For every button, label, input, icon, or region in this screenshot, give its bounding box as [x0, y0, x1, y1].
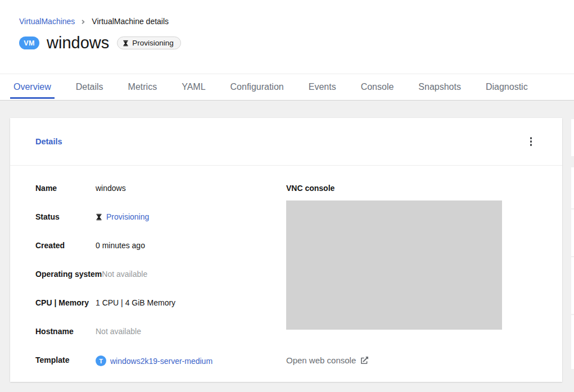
detail-row-created: Created0 minutes ago: [35, 241, 286, 250]
vnc-console-label: VNC console: [286, 184, 537, 193]
breadcrumb-virtualmachines-link[interactable]: VirtualMachines: [19, 17, 75, 26]
details-card-body: NamewindowsStatusProvisioningCreated0 mi…: [10, 166, 562, 386]
detail-row-cpu-memory: CPU | Memory1 CPU | 4 GiB Memory: [35, 298, 286, 307]
page-header: VirtualMachines VirtualMachine details V…: [0, 0, 574, 74]
right-edge-card-sliver: [571, 167, 574, 208]
tab-yaml[interactable]: YAML: [178, 74, 209, 100]
tab-metrics[interactable]: Metrics: [125, 74, 161, 100]
detail-value-operating-system: Not available: [102, 270, 147, 279]
tab-bar: OverviewDetailsMetricsYAMLConfigurationE…: [0, 74, 574, 101]
detail-label-created: Created: [35, 241, 96, 250]
detail-value-template: Twindows2k19-server-medium: [96, 355, 213, 366]
hourglass-icon: [96, 213, 102, 221]
tab-events[interactable]: Events: [305, 74, 340, 100]
open-web-console-link[interactable]: Open web console: [286, 355, 368, 365]
details-card-title-link[interactable]: Details: [35, 137, 62, 146]
detail-value-status: Provisioning: [96, 212, 149, 221]
breadcrumb-chevron-icon: [81, 18, 85, 25]
template-link[interactable]: windows2k19-server-medium: [110, 357, 213, 366]
tab-console[interactable]: Console: [358, 74, 397, 100]
detail-row-template: TemplateTwindows2k19-server-medium: [35, 355, 286, 366]
breadcrumb-current: VirtualMachine details: [92, 17, 169, 26]
right-edge-card-sliver: [571, 257, 574, 314]
hourglass-icon: [123, 39, 129, 47]
right-edge-card-sliver: [571, 209, 574, 256]
details-card: Details NamewindowsStatusProvisioningCre…: [10, 118, 562, 382]
external-link-icon: [361, 357, 368, 364]
tab-configuration[interactable]: Configuration: [227, 74, 287, 100]
right-edge-card-sliver: [571, 119, 574, 156]
vnc-console-screen: [286, 200, 502, 330]
tab-diagnostic[interactable]: Diagnostic: [482, 74, 531, 100]
detail-label-template: Template: [35, 355, 96, 366]
open-web-console-label: Open web console: [286, 355, 356, 365]
tab-details[interactable]: Details: [73, 74, 107, 100]
detail-value-created: 0 minutes ago: [96, 241, 145, 250]
vm-status-badge: Provisioning: [117, 37, 181, 49]
title-row: VM windows Provisioning: [19, 35, 561, 51]
tab-snapshots[interactable]: Snapshots: [415, 74, 464, 100]
right-edge-card-sliver: [571, 315, 574, 369]
status-provisioning-link[interactable]: Provisioning: [106, 212, 149, 221]
vm-status-badge-label: Provisioning: [132, 39, 174, 47]
detail-label-operating-system: Operating system: [35, 270, 102, 279]
kebab-menu-button[interactable]: [528, 135, 535, 148]
breadcrumb: VirtualMachines VirtualMachine details: [19, 17, 561, 26]
detail-label-name: Name: [35, 184, 96, 193]
detail-label-hostname: Hostname: [35, 327, 96, 336]
detail-value-name: windows: [96, 184, 126, 193]
overview-content: Details NamewindowsStatusProvisioningCre…: [0, 101, 574, 392]
tab-overview[interactable]: Overview: [10, 74, 55, 100]
details-card-header: Details: [10, 118, 562, 166]
detail-row-operating-system: Operating systemNot available: [35, 270, 286, 279]
detail-label-cpu-memory: CPU | Memory: [35, 298, 96, 307]
vnc-console-section: VNC console Open web console: [286, 184, 537, 386]
page-title: windows: [47, 35, 109, 51]
details-list: NamewindowsStatusProvisioningCreated0 mi…: [35, 184, 286, 386]
detail-row-status: StatusProvisioning: [35, 212, 286, 221]
detail-value-hostname: Not available: [96, 327, 141, 336]
detail-row-hostname: HostnameNot available: [35, 327, 286, 336]
detail-value-cpu-memory: 1 CPU | 4 GiB Memory: [96, 298, 175, 307]
detail-row-name: Namewindows: [35, 184, 286, 193]
vm-kind-badge: VM: [19, 37, 39, 49]
template-kind-badge: T: [96, 355, 106, 366]
detail-label-status: Status: [35, 212, 96, 221]
